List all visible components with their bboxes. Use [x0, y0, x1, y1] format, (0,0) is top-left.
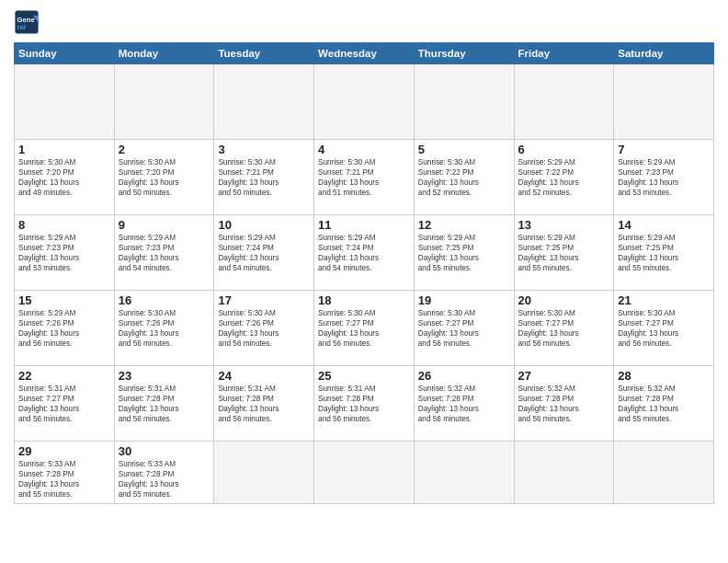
svg-text:Gene: Gene — [17, 16, 36, 24]
calendar-cell: 23Sunrise: 5:31 AM Sunset: 7:28 PM Dayli… — [114, 366, 214, 442]
header: Gene ral — [14, 9, 714, 35]
weekday-header-tuesday: Tuesday — [214, 43, 314, 64]
day-info: Sunrise: 5:29 AM Sunset: 7:25 PM Dayligh… — [518, 233, 610, 273]
day-info: Sunrise: 5:29 AM Sunset: 7:22 PM Dayligh… — [518, 157, 610, 198]
calendar-cell: 7Sunrise: 5:29 AM Sunset: 7:23 PM Daylig… — [614, 140, 714, 215]
day-info: Sunrise: 5:31 AM Sunset: 7:28 PM Dayligh… — [218, 384, 310, 424]
calendar-cell: 30Sunrise: 5:33 AM Sunset: 7:28 PM Dayli… — [114, 442, 214, 504]
day-number: 5 — [418, 143, 510, 156]
day-number: 13 — [518, 218, 610, 232]
day-number: 15 — [18, 293, 110, 307]
day-number: 8 — [18, 218, 110, 232]
day-number: 25 — [318, 369, 410, 383]
calendar-cell: 4Sunrise: 5:30 AM Sunset: 7:21 PM Daylig… — [314, 140, 415, 215]
calendar-cell: 21Sunrise: 5:30 AM Sunset: 7:27 PM Dayli… — [614, 291, 714, 366]
calendar-cell: 28Sunrise: 5:32 AM Sunset: 7:28 PM Dayli… — [614, 366, 714, 442]
calendar-cell — [614, 442, 714, 504]
day-number: 12 — [418, 218, 510, 232]
weekday-header-saturday: Saturday — [614, 43, 714, 64]
calendar-cell — [514, 64, 614, 140]
day-info: Sunrise: 5:30 AM Sunset: 7:21 PM Dayligh… — [318, 157, 410, 198]
calendar-cell: 20Sunrise: 5:30 AM Sunset: 7:27 PM Dayli… — [514, 291, 614, 366]
calendar-cell: 18Sunrise: 5:30 AM Sunset: 7:27 PM Dayli… — [314, 291, 415, 366]
calendar-cell — [314, 442, 415, 504]
weekday-header-wednesday: Wednesday — [314, 43, 415, 64]
day-info: Sunrise: 5:30 AM Sunset: 7:20 PM Dayligh… — [18, 157, 110, 198]
day-info: Sunrise: 5:31 AM Sunset: 7:28 PM Dayligh… — [119, 384, 210, 424]
calendar-row-4: 22Sunrise: 5:31 AM Sunset: 7:27 PM Dayli… — [15, 366, 714, 442]
calendar-cell: 3Sunrise: 5:30 AM Sunset: 7:21 PM Daylig… — [214, 140, 314, 215]
calendar-cell: 27Sunrise: 5:32 AM Sunset: 7:28 PM Dayli… — [514, 366, 614, 442]
day-number: 22 — [18, 369, 110, 383]
calendar-cell — [214, 442, 314, 504]
weekday-header-friday: Friday — [514, 43, 614, 64]
day-number: 27 — [518, 369, 610, 383]
calendar-cell: 8Sunrise: 5:29 AM Sunset: 7:23 PM Daylig… — [15, 215, 115, 291]
day-info: Sunrise: 5:30 AM Sunset: 7:20 PM Dayligh… — [119, 157, 210, 198]
day-number: 1 — [18, 143, 110, 156]
calendar-cell: 1Sunrise: 5:30 AM Sunset: 7:20 PM Daylig… — [15, 140, 115, 215]
day-info: Sunrise: 5:30 AM Sunset: 7:22 PM Dayligh… — [418, 157, 510, 198]
day-info: Sunrise: 5:30 AM Sunset: 7:27 PM Dayligh… — [318, 308, 410, 349]
day-info: Sunrise: 5:30 AM Sunset: 7:27 PM Dayligh… — [418, 308, 510, 349]
day-number: 17 — [218, 293, 310, 307]
day-info: Sunrise: 5:30 AM Sunset: 7:26 PM Dayligh… — [218, 308, 310, 349]
day-number: 21 — [618, 293, 710, 307]
calendar-cell — [214, 64, 314, 140]
day-number: 14 — [618, 218, 710, 232]
calendar-cell — [414, 442, 514, 504]
day-number: 26 — [418, 369, 510, 383]
weekday-header-thursday: Thursday — [414, 43, 514, 64]
calendar-cell — [314, 64, 415, 140]
day-info: Sunrise: 5:30 AM Sunset: 7:27 PM Dayligh… — [518, 308, 610, 349]
day-number: 4 — [318, 143, 410, 156]
calendar-cell: 14Sunrise: 5:29 AM Sunset: 7:25 PM Dayli… — [614, 215, 714, 291]
calendar-cell: 26Sunrise: 5:32 AM Sunset: 7:28 PM Dayli… — [414, 366, 514, 442]
day-number: 18 — [318, 293, 410, 307]
day-info: Sunrise: 5:29 AM Sunset: 7:23 PM Dayligh… — [119, 233, 210, 273]
day-info: Sunrise: 5:29 AM Sunset: 7:25 PM Dayligh… — [418, 233, 510, 273]
day-number: 11 — [318, 218, 410, 232]
day-info: Sunrise: 5:32 AM Sunset: 7:28 PM Dayligh… — [518, 384, 610, 424]
calendar-cell: 13Sunrise: 5:29 AM Sunset: 7:25 PM Dayli… — [514, 215, 614, 291]
day-number: 7 — [618, 143, 710, 156]
calendar-cell: 19Sunrise: 5:30 AM Sunset: 7:27 PM Dayli… — [414, 291, 514, 366]
calendar-row-0 — [15, 64, 714, 140]
day-number: 10 — [218, 218, 310, 232]
weekday-header-monday: Monday — [114, 43, 214, 64]
calendar-page: Gene ral SundayMondayTuesdayWednesdayThu… — [0, 0, 728, 563]
calendar-cell: 6Sunrise: 5:29 AM Sunset: 7:22 PM Daylig… — [514, 140, 614, 215]
day-info: Sunrise: 5:29 AM Sunset: 7:26 PM Dayligh… — [18, 308, 110, 349]
day-number: 24 — [218, 369, 310, 383]
day-info: Sunrise: 5:33 AM Sunset: 7:28 PM Dayligh… — [18, 459, 110, 500]
day-info: Sunrise: 5:30 AM Sunset: 7:21 PM Dayligh… — [218, 157, 310, 198]
day-info: Sunrise: 5:29 AM Sunset: 7:24 PM Dayligh… — [318, 233, 410, 273]
calendar-table: SundayMondayTuesdayWednesdayThursdayFrid… — [14, 42, 714, 504]
day-number: 30 — [119, 444, 210, 458]
day-number: 20 — [518, 293, 610, 307]
calendar-cell: 29Sunrise: 5:33 AM Sunset: 7:28 PM Dayli… — [15, 442, 115, 504]
calendar-cell — [15, 64, 115, 140]
calendar-row-5: 29Sunrise: 5:33 AM Sunset: 7:28 PM Dayli… — [15, 442, 714, 504]
logo-area: Gene ral — [14, 9, 41, 35]
day-number: 23 — [119, 369, 210, 383]
day-info: Sunrise: 5:30 AM Sunset: 7:27 PM Dayligh… — [618, 308, 710, 349]
calendar-row-2: 8Sunrise: 5:29 AM Sunset: 7:23 PM Daylig… — [15, 215, 714, 291]
day-info: Sunrise: 5:32 AM Sunset: 7:28 PM Dayligh… — [418, 384, 510, 424]
calendar-cell: 9Sunrise: 5:29 AM Sunset: 7:23 PM Daylig… — [114, 215, 214, 291]
calendar-cell: 15Sunrise: 5:29 AM Sunset: 7:26 PM Dayli… — [15, 291, 115, 366]
day-number: 16 — [119, 293, 210, 307]
calendar-cell — [414, 64, 514, 140]
calendar-cell — [614, 64, 714, 140]
day-info: Sunrise: 5:33 AM Sunset: 7:28 PM Dayligh… — [119, 459, 210, 500]
day-number: 19 — [418, 293, 510, 307]
day-info: Sunrise: 5:32 AM Sunset: 7:28 PM Dayligh… — [618, 384, 710, 424]
day-info: Sunrise: 5:31 AM Sunset: 7:27 PM Dayligh… — [18, 384, 110, 424]
day-number: 9 — [119, 218, 210, 232]
calendar-cell: 12Sunrise: 5:29 AM Sunset: 7:25 PM Dayli… — [414, 215, 514, 291]
weekday-header-sunday: Sunday — [15, 43, 115, 64]
calendar-cell: 2Sunrise: 5:30 AM Sunset: 7:20 PM Daylig… — [114, 140, 214, 215]
weekday-header-row: SundayMondayTuesdayWednesdayThursdayFrid… — [15, 43, 714, 64]
calendar-cell: 25Sunrise: 5:31 AM Sunset: 7:28 PM Dayli… — [314, 366, 415, 442]
day-info: Sunrise: 5:29 AM Sunset: 7:23 PM Dayligh… — [18, 233, 110, 273]
